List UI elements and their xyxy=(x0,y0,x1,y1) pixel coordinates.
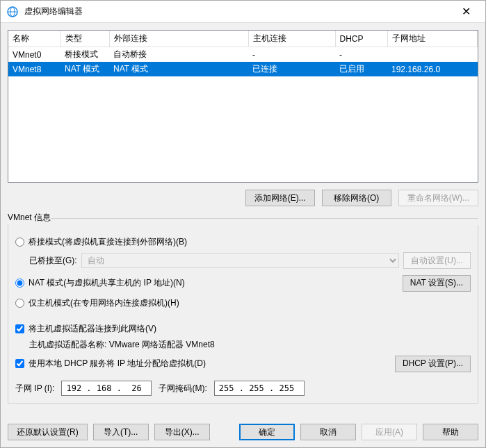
export-button[interactable]: 导出(X)... xyxy=(154,424,210,440)
group-title: VMnet 信息 xyxy=(8,212,51,224)
remove-network-button[interactable]: 移除网络(O) xyxy=(322,190,391,206)
bridge-radio[interactable] xyxy=(15,238,24,247)
restore-defaults-button[interactable]: 还原默认设置(R) xyxy=(8,424,88,440)
subnet-mask-input[interactable] xyxy=(214,381,305,396)
auto-settings-button: 自动设置(U)... xyxy=(403,252,471,269)
cancel-button[interactable]: 取消 xyxy=(300,424,356,440)
dhcp-settings-button[interactable]: DHCP 设置(P)... xyxy=(395,356,471,372)
bridge-radio-row[interactable]: 桥接模式(将虚拟机直接连接到外部网络)(B) xyxy=(15,236,471,248)
cell-ext: 自动桥接 xyxy=(109,47,248,63)
cell-dhcp: 已启用 xyxy=(335,62,387,76)
bridged-to-label: 已桥接至(G): xyxy=(29,255,77,267)
nat-radio[interactable] xyxy=(15,279,24,288)
use-dhcp-check-row[interactable]: 使用本地 DHCP 服务将 IP 地址分配给虚拟机(D) xyxy=(15,358,206,370)
cell-subnet: 192.168.26.0 xyxy=(387,62,478,76)
col-header-subnet[interactable]: 子网地址 xyxy=(387,31,478,47)
nat-settings-button[interactable]: NAT 设置(S)... xyxy=(403,275,471,292)
table-row[interactable]: VMnet0 桥接模式 自动桥接 - - xyxy=(8,47,478,63)
col-header-type[interactable]: 类型 xyxy=(60,31,109,47)
subnet-ip-row: 子网 IP (I): 子网掩码(M): xyxy=(15,381,471,396)
cell-host: - xyxy=(248,47,335,63)
cell-name: VMnet0 xyxy=(8,47,60,63)
help-button[interactable]: 帮助 xyxy=(423,424,478,440)
import-button[interactable]: 导入(T)... xyxy=(93,424,149,440)
bridged-to-select: 自动 xyxy=(81,253,400,268)
cell-name: VMnet8 xyxy=(8,62,60,76)
cell-type: NAT 模式 xyxy=(60,62,109,76)
vmnet-info-group: VMnet 信息 桥接模式(将虚拟机直接连接到外部网络)(B) 已桥接至(G):… xyxy=(8,212,478,404)
bridge-radio-label: 桥接模式(将虚拟机直接连接到外部网络)(B) xyxy=(29,236,187,248)
bottom-button-bar: 还原默认设置(R) 导入(T)... 导出(X)... 确定 取消 应用(A) … xyxy=(1,417,485,447)
table-row[interactable]: VMnet8 NAT 模式 NAT 模式 已连接 已启用 192.168.26.… xyxy=(8,62,478,76)
bridged-to-row: 已桥接至(G): 自动 自动设置(U)... xyxy=(29,252,471,269)
subnet-mask-label: 子网掩码(M): xyxy=(159,383,206,395)
app-icon xyxy=(6,6,19,18)
hostonly-radio-label: 仅主机模式(在专用网络内连接虚拟机)(H) xyxy=(29,297,179,309)
content-area: 名称 类型 外部连接 主机连接 DHCP 子网地址 VMnet0 桥接模式 自动… xyxy=(1,23,485,417)
col-header-ext[interactable]: 外部连接 xyxy=(109,31,248,47)
cell-subnet xyxy=(387,47,478,63)
titlebar: 虚拟网络编辑器 ✕ xyxy=(1,1,485,23)
table-header-row: 名称 类型 外部连接 主机连接 DHCP 子网地址 xyxy=(8,31,478,47)
col-header-dhcp[interactable]: DHCP xyxy=(335,31,387,47)
nat-radio-row[interactable]: NAT 模式(与虚拟机共享主机的 IP 地址)(N) xyxy=(15,277,185,289)
col-header-name[interactable]: 名称 xyxy=(8,31,60,47)
cell-host: 已连接 xyxy=(248,62,335,76)
cell-ext: NAT 模式 xyxy=(109,62,248,76)
close-icon: ✕ xyxy=(462,6,471,17)
connect-host-check-row[interactable]: 将主机虚拟适配器连接到此网络(V) xyxy=(15,323,471,335)
col-header-host[interactable]: 主机连接 xyxy=(248,31,335,47)
hostonly-radio-row[interactable]: 仅主机模式(在专用网络内连接虚拟机)(H) xyxy=(15,297,471,309)
subnet-ip-input[interactable] xyxy=(61,381,152,396)
use-dhcp-checkbox[interactable] xyxy=(15,359,24,368)
add-network-button[interactable]: 添加网络(E)... xyxy=(245,190,315,206)
host-adapter-name: 主机虚拟适配器名称: VMware 网络适配器 VMnet8 xyxy=(29,339,471,351)
close-button[interactable]: ✕ xyxy=(452,2,480,22)
apply-button: 应用(A) xyxy=(362,424,417,440)
network-table[interactable]: 名称 类型 外部连接 主机连接 DHCP 子网地址 VMnet0 桥接模式 自动… xyxy=(8,30,478,183)
connect-host-checkbox[interactable] xyxy=(15,324,24,333)
subnet-ip-label: 子网 IP (I): xyxy=(15,383,54,395)
virtual-network-editor-window: 虚拟网络编辑器 ✕ 名称 类型 外部连接 主机连接 DHCP 子网地址 xyxy=(0,0,486,448)
rename-network-button: 重命名网络(W)... xyxy=(398,190,478,206)
cell-type: 桥接模式 xyxy=(60,47,109,63)
cell-dhcp: - xyxy=(335,47,387,63)
nat-radio-label: NAT 模式(与虚拟机共享主机的 IP 地址)(N) xyxy=(29,277,185,289)
connect-host-label: 将主机虚拟适配器连接到此网络(V) xyxy=(29,323,156,335)
window-title: 虚拟网络编辑器 xyxy=(24,6,452,17)
hostonly-radio[interactable] xyxy=(15,299,24,308)
use-dhcp-label: 使用本地 DHCP 服务将 IP 地址分配给虚拟机(D) xyxy=(29,358,206,370)
ok-button[interactable]: 确定 xyxy=(239,424,295,440)
table-buttons-row: 添加网络(E)... 移除网络(O) 重命名网络(W)... xyxy=(8,190,478,206)
